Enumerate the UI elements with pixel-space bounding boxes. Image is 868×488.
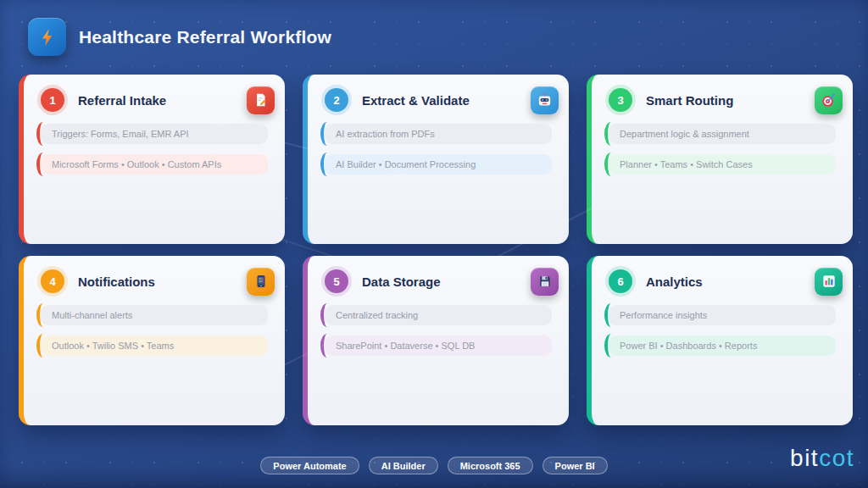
bar-chart-icon <box>815 268 843 296</box>
lightning-bolt-icon <box>28 18 66 56</box>
card-title: Notifications <box>78 274 247 289</box>
tools-text: Power BI • Dashboards • Reports <box>620 341 757 351</box>
card-header: 3 Smart Routing <box>592 75 853 114</box>
card-extract-validate: 2 Extract & Validate AI extraction from … <box>303 75 569 244</box>
card-tools-row: Power BI • Dashboards • Reports <box>609 336 836 356</box>
page-title: Healthcare Referral Workflow <box>79 27 331 47</box>
badge-microsoft-365: Microsoft 365 <box>448 457 533 474</box>
card-tools-row: Outlook • Twilio SMS • Teams <box>41 336 268 356</box>
card-header: 5 Data Storage <box>308 256 569 295</box>
logo-text-bit: bit <box>790 445 819 471</box>
card-detail-row: Department logic & assignment <box>609 124 836 144</box>
step-number-badge: 6 <box>609 269 632 293</box>
step-number-badge: 3 <box>609 88 632 112</box>
card-smart-routing: 3 Smart Routing Department logic & assig… <box>587 75 853 244</box>
tools-text: AI Builder • Document Processing <box>336 159 476 169</box>
detail-text: Centralized tracking <box>336 310 418 320</box>
card-detail-row: Centralized tracking <box>325 305 552 325</box>
card-detail-row: Triggers: Forms, Email, EMR API <box>41 124 268 144</box>
card-tools-row: Microsoft Forms • Outlook • Custom APIs <box>41 154 268 175</box>
card-analytics: 6 Analytics Performance insights Power B… <box>587 256 853 425</box>
step-number-badge: 5 <box>325 269 348 293</box>
target-dart-icon <box>815 86 843 114</box>
detail-text: AI extraction from PDFs <box>336 129 435 139</box>
workflow-card-grid: 1 Referral Intake Triggers: Forms, Email… <box>19 75 853 425</box>
floppy-disk-icon <box>531 268 559 296</box>
card-tools-row: Planner • Teams • Switch Cases <box>609 154 836 175</box>
card-detail-row: Multi-channel alerts <box>41 305 268 325</box>
card-detail-row: AI extraction from PDFs <box>325 124 552 144</box>
detail-text: Department logic & assignment <box>620 129 749 139</box>
bitcot-logo: bitcot <box>790 445 854 472</box>
badge-ai-builder: AI Builder <box>369 457 438 474</box>
card-data-storage: 5 Data Storage Centralized tracking Shar… <box>303 256 569 425</box>
step-number-badge: 1 <box>41 88 64 112</box>
document-pencil-icon <box>247 86 275 114</box>
card-detail-row: Performance insights <box>609 305 836 325</box>
card-title: Data Storage <box>362 274 531 289</box>
tools-text: SharePoint • Dataverse • SQL DB <box>336 341 475 351</box>
technology-badges: Power Automate AI Builder Microsoft 365 … <box>0 457 868 474</box>
card-tools-row: AI Builder • Document Processing <box>325 154 552 175</box>
card-title: Referral Intake <box>78 93 247 108</box>
card-title: Extract & Validate <box>362 93 531 108</box>
card-header: 4 Notifications <box>24 256 285 295</box>
badge-power-bi: Power BI <box>542 457 608 474</box>
card-header: 1 Referral Intake <box>24 75 285 114</box>
badge-power-automate: Power Automate <box>260 457 359 474</box>
card-title: Smart Routing <box>646 93 815 108</box>
mobile-phone-icon <box>247 268 275 296</box>
detail-text: Performance insights <box>620 310 707 320</box>
step-number-badge: 4 <box>41 269 64 293</box>
card-tools-row: SharePoint • Dataverse • SQL DB <box>325 336 552 356</box>
step-number-badge: 2 <box>325 88 348 112</box>
card-notifications: 4 Notifications Multi <box>19 256 285 425</box>
card-title: Analytics <box>646 274 815 289</box>
logo-text-cot: cot <box>819 445 854 471</box>
tools-text: Planner • Teams • Switch Cases <box>620 159 753 169</box>
header: Healthcare Referral Workflow <box>28 18 331 56</box>
detail-text: Triggers: Forms, Email, EMR API <box>52 129 189 139</box>
tools-text: Microsoft Forms • Outlook • Custom APIs <box>52 159 221 169</box>
card-header: 6 Analytics <box>592 256 853 295</box>
tools-text: Outlook • Twilio SMS • Teams <box>52 341 174 351</box>
card-header: 2 Extract & Validate <box>308 75 569 114</box>
card-referral-intake: 1 Referral Intake Triggers: Forms, Email… <box>19 75 285 244</box>
detail-text: Multi-channel alerts <box>52 310 132 320</box>
robot-icon <box>531 86 559 114</box>
